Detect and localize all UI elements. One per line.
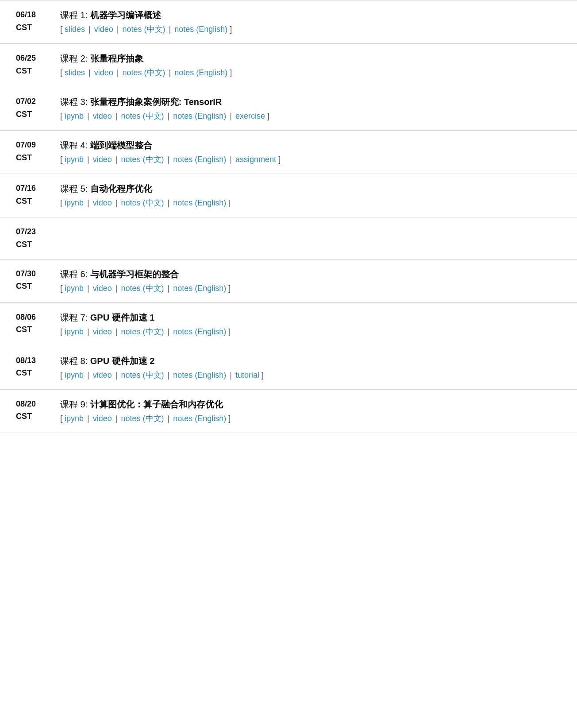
lesson-title: 课程 1: 机器学习编译概述 (60, 8, 561, 22)
lesson-title-bold: 端到端模型整合 (90, 140, 152, 150)
open-bracket: [ (60, 198, 65, 207)
close-bracket: ] (228, 327, 231, 336)
links-line: [ ipynb | video | notes (中文) | notes (En… (60, 154, 561, 166)
content-cell: 课程 4: 端到端模型整合[ ipynb | video | notes (中文… (53, 131, 577, 174)
separator: | (87, 414, 89, 423)
timezone: CST (16, 66, 32, 75)
close-bracket: ] (230, 25, 232, 34)
lesson-title-bold: 张量程序抽象 (90, 54, 143, 63)
content-cell (53, 217, 577, 259)
resource-link-slides[interactable]: slides (65, 25, 85, 34)
resource-link-video[interactable]: video (94, 68, 113, 77)
resource-link-notes--English-[interactable]: notes (English) (174, 25, 227, 34)
resource-link-notes--English-[interactable]: notes (English) (173, 327, 226, 336)
lesson-title-bold: 机器学习编译概述 (90, 10, 161, 20)
resource-link-notes--中文-[interactable]: notes (中文) (121, 327, 164, 336)
resource-link-ipynb[interactable]: ipynb (65, 198, 84, 207)
date-cell: 07/30CST (0, 259, 53, 302)
separator: | (87, 284, 89, 293)
links-line: [ ipynb | video | notes (中文) | notes (En… (60, 369, 561, 381)
lesson-title-bold: GPU 硬件加速 2 (90, 356, 155, 366)
resource-link-notes--中文-[interactable]: notes (中文) (121, 371, 164, 379)
resource-link-ipynb[interactable]: ipynb (65, 155, 84, 164)
resource-link-video[interactable]: video (93, 112, 112, 120)
links-line: [ ipynb | video | notes (中文) | notes (En… (60, 326, 561, 338)
separator: | (117, 68, 119, 77)
resource-link-video[interactable]: video (93, 414, 112, 423)
lesson-title: 课程 3: 张量程序抽象案例研究: TensorIR (60, 95, 561, 108)
links-line: [ slides | video | notes (中文) | notes (E… (60, 23, 561, 35)
resource-link-notes--中文-[interactable]: notes (中文) (121, 112, 164, 120)
resource-link-video[interactable]: video (93, 198, 112, 207)
date-cell: 07/02CST (0, 87, 53, 131)
resource-link-video[interactable]: video (94, 25, 113, 34)
resource-link-notes--English-[interactable]: notes (English) (173, 414, 226, 423)
date: 06/25 (16, 54, 36, 62)
separator: | (115, 371, 118, 379)
resource-link-notes--中文-[interactable]: notes (中文) (123, 25, 165, 34)
date: 07/16 (16, 184, 36, 193)
close-bracket: ] (262, 371, 264, 379)
resource-link-notes--English-[interactable]: notes (English) (174, 68, 227, 77)
links-line: [ ipynb | video | notes (中文) | notes (En… (60, 110, 561, 122)
table-row: 08/06CST课程 7: GPU 硬件加速 1[ ipynb | video … (0, 302, 577, 346)
timezone: CST (16, 240, 32, 249)
resource-link-notes--中文-[interactable]: notes (中文) (121, 198, 164, 207)
resource-link-slides[interactable]: slides (65, 68, 85, 77)
content-cell: 课程 1: 机器学习编译概述[ slides | video | notes (… (53, 0, 577, 44)
resource-link-notes--English-[interactable]: notes (English) (173, 284, 226, 293)
date: 08/20 (16, 399, 36, 408)
content-cell: 课程 6: 与机器学习框架的整合[ ipynb | video | notes … (53, 259, 577, 302)
resource-link-exercise[interactable]: exercise (235, 112, 265, 120)
resource-link-ipynb[interactable]: ipynb (65, 112, 84, 120)
resource-link-notes--English-[interactable]: notes (English) (173, 371, 226, 379)
resource-link-notes--English-[interactable]: notes (English) (173, 112, 226, 120)
resource-link-ipynb[interactable]: ipynb (65, 371, 84, 379)
separator: | (87, 112, 89, 120)
table-row: 07/02CST课程 3: 张量程序抽象案例研究: TensorIR[ ipyn… (0, 87, 577, 131)
timezone: CST (16, 282, 32, 290)
separator: | (88, 25, 91, 34)
separator: | (168, 284, 170, 293)
separator: | (115, 327, 118, 336)
resource-link-ipynb[interactable]: ipynb (65, 284, 84, 293)
lesson-title: 课程 2: 张量程序抽象 (60, 52, 561, 65)
resource-link-tutorial[interactable]: tutorial (235, 371, 259, 379)
close-bracket: ] (228, 198, 231, 207)
table-row: 07/23CST (0, 217, 577, 259)
resource-link-notes--English-[interactable]: notes (English) (173, 155, 226, 164)
date-cell: 07/09CST (0, 131, 53, 174)
lesson-title: 课程 5: 自动化程序优化 (60, 182, 561, 195)
lesson-title: 课程 6: 与机器学习框架的整合 (60, 267, 561, 281)
open-bracket: [ (60, 371, 65, 379)
resource-link-ipynb[interactable]: ipynb (65, 327, 84, 336)
separator: | (230, 155, 232, 164)
resource-link-notes--中文-[interactable]: notes (中文) (121, 155, 164, 164)
separator: | (117, 25, 119, 34)
content-cell: 课程 3: 张量程序抽象案例研究: TensorIR[ ipynb | vide… (53, 87, 577, 131)
timezone: CST (16, 23, 32, 32)
separator: | (168, 112, 170, 120)
table-row: 08/20CST课程 9: 计算图优化：算子融合和内存优化[ ipynb | v… (0, 389, 577, 433)
date-cell: 08/06CST (0, 302, 53, 346)
lesson-title-bold: GPU 硬件加速 1 (90, 313, 155, 322)
open-bracket: [ (60, 414, 65, 423)
resource-link-video[interactable]: video (93, 155, 112, 164)
separator: | (115, 112, 118, 120)
timezone: CST (16, 368, 32, 377)
table-row: 06/25CST课程 2: 张量程序抽象[ slides | video | n… (0, 44, 577, 87)
table-row: 07/30CST课程 6: 与机器学习框架的整合[ ipynb | video … (0, 259, 577, 302)
resource-link-notes--中文-[interactable]: notes (中文) (121, 284, 164, 293)
resource-link-video[interactable]: video (93, 327, 112, 336)
resource-link-video[interactable]: video (93, 284, 112, 293)
lesson-title-bold: 自动化程序优化 (90, 184, 152, 194)
lesson-title-bold: 张量程序抽象案例研究: TensorIR (90, 97, 222, 107)
resource-link-ipynb[interactable]: ipynb (65, 414, 84, 423)
resource-link-assignment[interactable]: assignment (235, 155, 276, 164)
resource-link-notes--中文-[interactable]: notes (中文) (123, 68, 165, 77)
resource-link-notes--English-[interactable]: notes (English) (173, 198, 226, 207)
resource-link-notes--中文-[interactable]: notes (中文) (121, 414, 164, 423)
content-cell: 课程 2: 张量程序抽象[ slides | video | notes (中文… (53, 44, 577, 87)
resource-link-video[interactable]: video (93, 371, 112, 379)
separator: | (88, 68, 91, 77)
